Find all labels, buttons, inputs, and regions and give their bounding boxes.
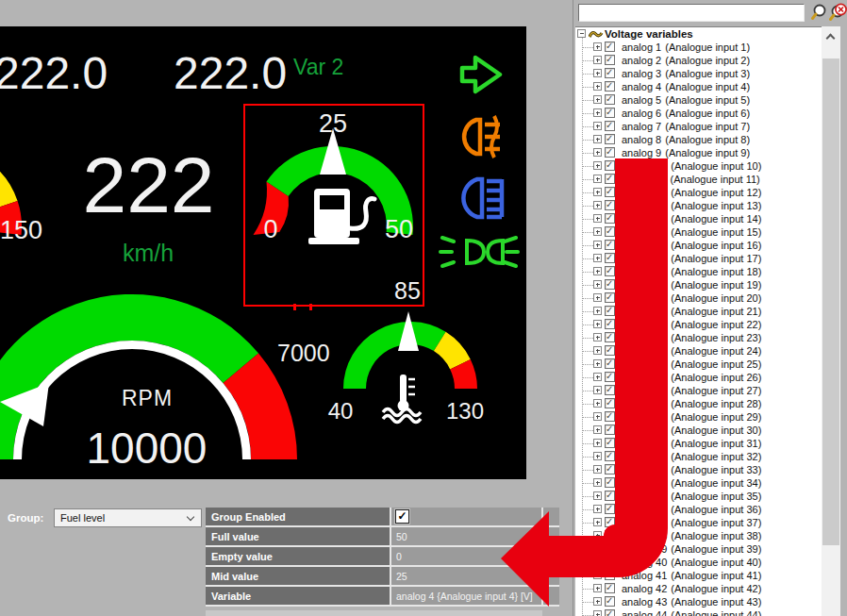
expand-icon[interactable] bbox=[593, 531, 602, 540]
expand-icon[interactable] bbox=[593, 505, 602, 513]
variable-checkbox[interactable]: ✓ bbox=[605, 464, 615, 474]
tree-item[interactable]: ✓ analog 16(Analogue input 16) bbox=[575, 239, 822, 252]
variable-checkbox[interactable]: ✓ bbox=[605, 491, 615, 501]
expand-icon[interactable] bbox=[593, 518, 602, 526]
variable-checkbox[interactable]: ✓ bbox=[605, 174, 615, 184]
expand-icon[interactable] bbox=[593, 439, 602, 447]
group-dropdown[interactable]: Fuel level bbox=[54, 508, 202, 527]
expand-icon[interactable] bbox=[593, 478, 602, 487]
tree-item[interactable]: ✓ analog 14(Analogue input 14) bbox=[575, 212, 822, 225]
variable-checkbox[interactable]: ✓ bbox=[605, 530, 615, 541]
expand-icon[interactable] bbox=[593, 399, 602, 408]
variable-checkbox[interactable]: ✓ bbox=[605, 385, 615, 395]
rpm-title[interactable]: RPM bbox=[111, 388, 183, 409]
variable-checkbox[interactable]: ✓ bbox=[605, 570, 615, 580]
variable-checkbox[interactable]: ✓ bbox=[605, 504, 615, 514]
expand-icon[interactable] bbox=[593, 254, 602, 262]
variable-checkbox[interactable]: ✓ bbox=[605, 358, 615, 369]
variable-checkbox[interactable]: ✓ bbox=[605, 306, 615, 316]
expand-icon[interactable] bbox=[593, 452, 602, 460]
tree-item[interactable]: ✓ analog 9(Analogue input 9) bbox=[575, 146, 822, 159]
variable-checkbox[interactable]: ✓ bbox=[605, 200, 615, 210]
expand-icon[interactable] bbox=[593, 320, 602, 328]
tree-item[interactable]: ✓ analog 39(Analogue input 39) bbox=[575, 542, 822, 556]
expand-icon[interactable] bbox=[593, 188, 602, 196]
variable-checkbox[interactable]: ✓ bbox=[605, 94, 615, 105]
variable-checkbox[interactable]: ✓ bbox=[605, 121, 615, 131]
variable-checkbox[interactable]: ✓ bbox=[605, 226, 615, 237]
variant-label[interactable]: Var 2 bbox=[293, 57, 343, 78]
tree-item[interactable]: ✓ analog 13(Analogue input 13) bbox=[575, 199, 822, 212]
expand-icon[interactable] bbox=[593, 135, 602, 143]
tree-item[interactable]: ✓ analog 1(Analogue input 1) bbox=[575, 41, 822, 54]
expand-icon[interactable] bbox=[593, 412, 602, 421]
tree-item[interactable]: ✓ analog 32(Analogue input 32) bbox=[575, 450, 822, 463]
tree-item[interactable]: ✓ analog 4(Analogue input 4) bbox=[575, 80, 822, 93]
expand-icon[interactable] bbox=[593, 56, 602, 64]
tree-item[interactable]: ✓ analog 22(Analogue input 22) bbox=[575, 318, 822, 331]
property-value[interactable]: 25 ✓ bbox=[391, 567, 543, 587]
expand-icon[interactable] bbox=[593, 544, 602, 553]
variable-checkbox[interactable]: ✓ bbox=[605, 596, 615, 607]
expand-icon[interactable] bbox=[593, 584, 602, 592]
variable-checkbox[interactable]: ✓ bbox=[605, 68, 615, 78]
variable-checkbox[interactable]: ✓ bbox=[605, 108, 615, 118]
variable-checkbox[interactable]: ✓ bbox=[605, 42, 615, 52]
property-value[interactable]: ✓ bbox=[391, 508, 543, 527]
expand-icon[interactable] bbox=[593, 293, 602, 302]
speedo-max-label[interactable]: 150 bbox=[0, 218, 42, 243]
tree-item[interactable]: ✓ analog 34(Analogue input 34) bbox=[575, 476, 822, 490]
expand-icon[interactable] bbox=[593, 359, 602, 368]
tree-item[interactable]: ✓ analog 33(Analogue input 33) bbox=[575, 463, 822, 476]
expand-icon[interactable] bbox=[593, 82, 602, 91]
tree-item[interactable]: ✓ analog 28(Analogue input 28) bbox=[575, 397, 822, 410]
expand-icon[interactable] bbox=[593, 425, 602, 434]
tree-item[interactable]: ✓ analog 37(Analogue input 37) bbox=[575, 516, 822, 529]
tree-root-voltage-variables[interactable]: Voltage variables bbox=[575, 27, 822, 41]
expand-icon[interactable] bbox=[593, 161, 602, 170]
speed-readout-right[interactable]: 222.0 bbox=[174, 51, 287, 96]
expand-icon[interactable] bbox=[593, 69, 602, 77]
tree-item[interactable]: ✓ analog 11(Analogue input 11) bbox=[575, 173, 822, 186]
tree-item[interactable]: ✓ analog 18(Analogue input 18) bbox=[575, 265, 822, 278]
tree-item[interactable]: ✓ analog 5(Analogue input 5) bbox=[575, 93, 822, 107]
variable-checkbox[interactable]: ✓ bbox=[605, 81, 615, 92]
property-value[interactable]: 50 ✓ bbox=[391, 527, 543, 547]
tree-item[interactable]: ✓ analog 12(Analogue input 12) bbox=[575, 186, 822, 199]
expand-icon[interactable] bbox=[593, 108, 602, 117]
expand-icon[interactable] bbox=[593, 201, 602, 209]
tree-item[interactable]: ✓ analog 30(Analogue input 30) bbox=[575, 424, 822, 437]
expand-icon[interactable] bbox=[593, 241, 602, 249]
variable-checkbox[interactable]: ✓ bbox=[605, 240, 615, 250]
speed-unit[interactable]: km/h bbox=[96, 241, 200, 265]
tree-item[interactable]: ✓ analog 3(Analogue input 3) bbox=[575, 67, 822, 80]
variable-checkbox[interactable]: ✓ bbox=[605, 319, 615, 329]
variable-checkbox[interactable]: ✓ bbox=[605, 55, 615, 65]
front-fog-light-icon[interactable] bbox=[464, 116, 500, 158]
tree-item[interactable]: ✓ analog 6(Analogue input 6) bbox=[575, 107, 822, 120]
variable-checkbox[interactable]: ✓ bbox=[605, 517, 615, 527]
tree-item[interactable]: ✓ analog 44(Analogue input 44) bbox=[575, 608, 822, 616]
tree-item[interactable]: ✓ analog 8(Analogue input 8) bbox=[575, 133, 822, 146]
tree-item[interactable]: ✓ analog 38(Analogue input 38) bbox=[575, 529, 822, 542]
variable-checkbox[interactable]: ✓ bbox=[605, 583, 615, 593]
expand-icon[interactable] bbox=[593, 597, 602, 606]
tree-item[interactable]: ✓ analog 10(Analogue input 10) bbox=[575, 159, 822, 173]
variable-checkbox[interactable]: ✓ bbox=[605, 292, 615, 303]
expand-icon[interactable] bbox=[593, 558, 602, 566]
tree-item[interactable]: ✓ analog 27(Analogue input 27) bbox=[575, 384, 822, 397]
variable-checkbox[interactable]: ✓ bbox=[605, 134, 615, 144]
expand-icon[interactable] bbox=[593, 465, 602, 474]
speed-value[interactable]: 222 bbox=[75, 145, 222, 225]
tree-item[interactable]: ✓ analog 35(Analogue input 35) bbox=[575, 490, 822, 503]
low-beam-headlight-icon[interactable] bbox=[463, 179, 502, 217]
expand-icon[interactable] bbox=[593, 491, 602, 500]
variable-checkbox[interactable]: ✓ bbox=[605, 213, 615, 224]
selection-handle[interactable] bbox=[293, 304, 296, 310]
dashboard-preview[interactable]: 222.0 222.0 Var 2 222 km/h 150 0 25 50 8… bbox=[0, 26, 526, 479]
selection-handle[interactable] bbox=[309, 304, 312, 310]
tree-scrollbar[interactable] bbox=[822, 26, 840, 616]
selection-rectangle[interactable] bbox=[243, 104, 424, 307]
variable-checkbox[interactable]: ✓ bbox=[605, 147, 615, 158]
expand-icon[interactable] bbox=[593, 95, 602, 104]
